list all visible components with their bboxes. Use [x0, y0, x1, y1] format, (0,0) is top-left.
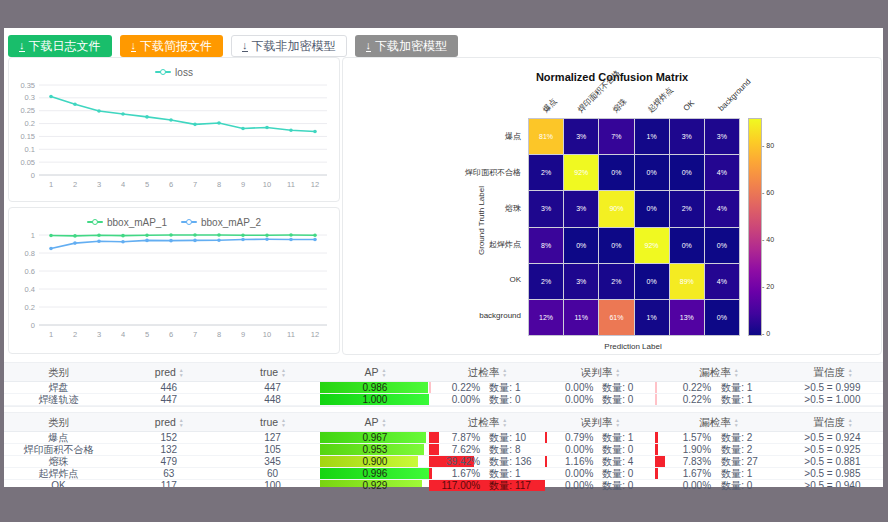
sort-control-icon[interactable]: ▲▼ — [381, 418, 385, 428]
matrix-cell-value: 4% — [717, 169, 727, 176]
matrix-cell: 0% — [705, 300, 739, 335]
matrix-cell: 0% — [705, 228, 739, 263]
table-cell: 60 — [225, 468, 321, 479]
column-header-label: true — [260, 416, 278, 428]
download-encrypted-model-button[interactable]: ↓ 下载加密模型 — [355, 35, 459, 57]
legend-item[interactable]: loss — [155, 67, 193, 78]
map-chart-legend: bbox_mAP_1bbox_mAP_2 — [9, 215, 339, 229]
sort-control-icon[interactable]: ▲▼ — [381, 368, 385, 378]
matrix-cell: 89% — [670, 264, 704, 299]
rate-cell: 39.42%数量: 136 — [429, 456, 544, 467]
metrics-tables: 类别pred▲▼true▲▼AP▲▼过检率▲▼误判率▲▼漏检率▲▼置信度▲▼焊盘… — [4, 362, 883, 498]
table-cell: 132 — [113, 444, 225, 455]
legend-item[interactable]: bbox_mAP_1 — [87, 217, 167, 228]
svg-text:7: 7 — [193, 180, 197, 189]
colorbar-tick-label: - 0 — [762, 330, 770, 337]
column-header: 类别 — [4, 413, 113, 431]
matrix-cell-value: 3% — [576, 205, 586, 212]
svg-text:11: 11 — [287, 180, 295, 189]
table-cell: 63 — [113, 468, 225, 479]
content-area: ↓ 下载日志文件 ↓ 下载简报文件 ↓ 下载非加密模型 ↓ 下载加密模型 los… — [4, 28, 883, 487]
rate-cell: 0.00%数量: 0 — [655, 480, 782, 491]
table-cell: 152 — [113, 432, 225, 443]
sort-control-icon[interactable]: ▲▼ — [615, 418, 619, 428]
column-header: 置信度▲▼ — [782, 413, 883, 431]
svg-text:9: 9 — [241, 330, 245, 339]
table-cell: 345 — [225, 456, 321, 467]
matrix-x-label: 熔珠 — [610, 96, 629, 115]
sort-control-icon[interactable]: ▲▼ — [848, 368, 852, 378]
table-cell: 熔珠 — [4, 456, 113, 467]
download-unencrypted-model-button[interactable]: ↓ 下载非加密模型 — [231, 35, 347, 57]
colorbar — [748, 118, 762, 336]
legend-item[interactable]: bbox_mAP_2 — [181, 217, 261, 228]
rate-cell: 0.79%数量: 1 — [545, 432, 656, 443]
sort-control-icon[interactable]: ▲▼ — [281, 368, 285, 378]
sort-control-icon[interactable]: ▲▼ — [848, 418, 852, 428]
column-header: 过检率▲▼ — [429, 413, 544, 431]
column-header-label: 置信度 — [813, 416, 845, 428]
download-report-button[interactable]: ↓ 下载简报文件 — [120, 35, 224, 57]
table-cell: 479 — [113, 456, 225, 467]
ap-value: 0.986 — [362, 382, 387, 393]
table-cell: 447 — [225, 382, 321, 393]
table-cell: >0.5 = 0.924 — [782, 432, 883, 443]
matrix-cell: 12% — [529, 300, 563, 335]
column-header: 类别 — [4, 363, 113, 381]
rate-percent: 0.22% — [655, 382, 711, 393]
rate-count: 数量: 1 — [480, 382, 544, 393]
svg-text:3: 3 — [97, 330, 101, 339]
svg-text:4: 4 — [121, 180, 125, 189]
matrix-cell-value: 13% — [680, 314, 694, 321]
metrics-table: 类别pred▲▼true▲▼AP▲▼过检率▲▼误判率▲▼漏检率▲▼置信度▲▼爆点… — [4, 412, 883, 493]
matrix-cell: 0% — [635, 264, 669, 299]
matrix-cell: 7% — [599, 119, 633, 154]
matrix-cell: 3% — [564, 264, 598, 299]
table-cell: 447 — [113, 394, 225, 405]
matrix-cell: 2% — [529, 155, 563, 190]
matrix-cell-value: 92% — [574, 169, 588, 176]
sort-control-icon[interactable]: ▲▼ — [502, 418, 506, 428]
matrix-cell-value: 0% — [647, 169, 657, 176]
matrix-cell-value: 0% — [611, 242, 621, 249]
sort-control-icon[interactable]: ▲▼ — [615, 368, 619, 378]
matrix-cell-value: 0% — [717, 314, 727, 321]
column-header: true▲▼ — [225, 363, 321, 381]
svg-text:7: 7 — [193, 330, 197, 339]
matrix-cell: 0% — [670, 228, 704, 263]
rate-percent: 117.00% — [429, 480, 480, 491]
matrix-cell-value: 0% — [647, 278, 657, 285]
sort-control-icon[interactable]: ▲▼ — [281, 418, 285, 428]
svg-text:10: 10 — [263, 330, 271, 339]
matrix-y-label: 焊印面积不合格 — [403, 167, 521, 178]
sort-control-icon[interactable]: ▲▼ — [179, 418, 183, 428]
column-header: pred▲▼ — [113, 363, 225, 381]
confusion-matrix-grid: 81%3%7%1%3%3%2%92%0%0%0%4%3%3%90%0%2%4%8… — [528, 118, 740, 336]
matrix-cell: 4% — [705, 155, 739, 190]
legend-label: loss — [175, 67, 193, 78]
rate-cell: 0.22%数量: 1 — [655, 394, 782, 405]
rate-count: 数量: 0 — [593, 394, 655, 405]
matrix-cell: 8% — [529, 228, 563, 263]
matrix-x-label: 起焊炸点 — [645, 85, 675, 115]
table-row: 焊缝轨迹4474481.0000.00%数量: 00.00%数量: 00.22%… — [4, 394, 883, 406]
rate-cell: 117.00%数量: 117 — [429, 480, 544, 491]
sort-control-icon[interactable]: ▲▼ — [502, 368, 506, 378]
matrix-cell-value: 11% — [574, 314, 588, 321]
table-row: 焊印面积不合格1321050.9537.62%数量: 80.00%数量: 01.… — [4, 444, 883, 456]
matrix-x-label: 爆点 — [540, 96, 559, 115]
sort-control-icon[interactable]: ▲▼ — [179, 368, 183, 378]
column-header-label: 误判率 — [581, 366, 613, 378]
matrix-cell: 3% — [670, 119, 704, 154]
download-log-button[interactable]: ↓ 下载日志文件 — [8, 35, 112, 57]
rate-percent: 0.00% — [545, 480, 594, 491]
rate-count: 数量: 117 — [480, 480, 544, 491]
button-label: 下载简报文件 — [140, 38, 212, 55]
sort-control-icon[interactable]: ▲▼ — [734, 418, 738, 428]
matrix-cell: 92% — [635, 228, 669, 263]
sort-control-icon[interactable]: ▲▼ — [734, 368, 738, 378]
column-header: AP▲▼ — [320, 413, 429, 431]
table-cell: 448 — [225, 394, 321, 405]
matrix-cell: 1% — [635, 119, 669, 154]
column-header-label: 过检率 — [468, 416, 500, 428]
